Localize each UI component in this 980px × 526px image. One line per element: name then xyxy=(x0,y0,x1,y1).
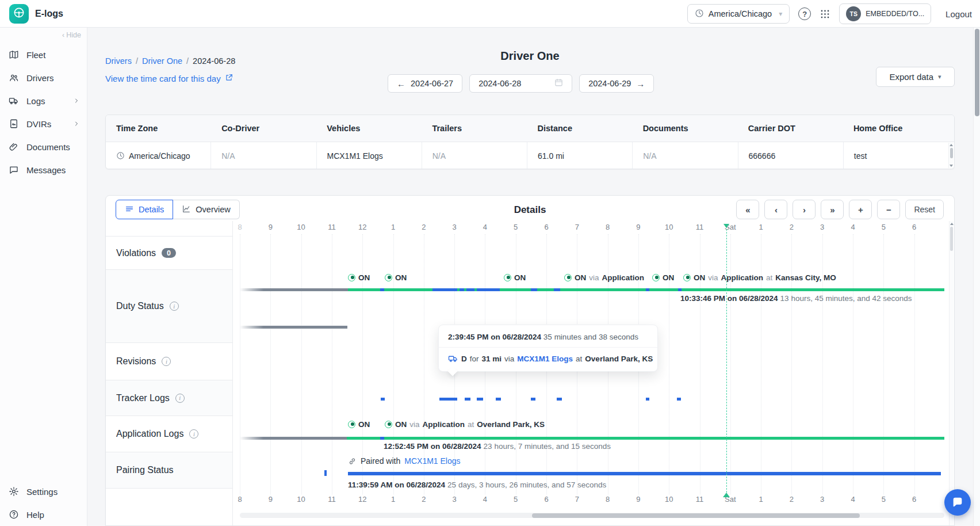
table-cell: N/A xyxy=(632,142,737,169)
drive-segment[interactable] xyxy=(380,288,384,291)
pairing-timestamp-time: 11:39:59 AM on 06/28/2024 xyxy=(348,481,445,489)
current-time-line xyxy=(726,226,727,493)
tab-details[interactable]: Details xyxy=(116,200,173,219)
drive-segment[interactable] xyxy=(477,288,500,291)
chart-hscroll-thumb[interactable] xyxy=(532,513,860,518)
timecard-link[interactable]: View the time card for this day xyxy=(105,74,233,83)
info-icon[interactable]: i xyxy=(170,302,179,311)
date-picker[interactable]: 2024-06-28 xyxy=(469,74,572,93)
app-offline-bar[interactable] xyxy=(240,437,347,440)
axis-tick-top: 8 xyxy=(606,223,610,231)
duty-status-event[interactable]: ON xyxy=(348,420,370,429)
tracker-log-mark[interactable] xyxy=(677,398,681,401)
details-scrollbar[interactable] xyxy=(949,221,954,525)
prev-day-button[interactable]: ← 2024-06-27 xyxy=(388,74,462,93)
tooltip-detail-part: 31 mi xyxy=(482,355,502,363)
duty-status-event[interactable]: ON xyxy=(348,273,370,282)
breadcrumb-drivers[interactable]: Drivers xyxy=(105,56,132,66)
chevron-down-icon: ▾ xyxy=(938,73,941,81)
tracker-log-mark[interactable] xyxy=(646,398,649,401)
apps-grid-icon[interactable] xyxy=(820,9,830,20)
help-circle-icon[interactable]: ? xyxy=(798,7,811,20)
drive-segment[interactable] xyxy=(380,437,384,440)
drive-segment[interactable] xyxy=(460,288,464,291)
tracker-log-mark[interactable] xyxy=(477,398,483,401)
table-scrollbar[interactable] xyxy=(948,143,954,168)
chart-hscrollbar[interactable] xyxy=(240,513,944,518)
jump-end-button[interactable]: » xyxy=(821,200,844,219)
info-icon[interactable]: i xyxy=(189,429,198,439)
scroll-up-icon[interactable] xyxy=(950,144,953,146)
duty-status-event[interactable]: ON xyxy=(385,273,407,282)
panel-row-pairing-status[interactable]: Pairing Status xyxy=(106,452,232,489)
info-icon[interactable]: i xyxy=(175,394,185,403)
secondary-gray-bar[interactable] xyxy=(240,326,347,329)
sidebar-item-logs[interactable]: Logs xyxy=(0,89,87,112)
pairing-bar[interactable] xyxy=(348,472,941,475)
drive-segment[interactable] xyxy=(432,288,457,291)
sidebar-item-messages[interactable]: Messages xyxy=(0,158,87,181)
reset-button[interactable]: Reset xyxy=(905,200,944,219)
chat-launcher-button[interactable] xyxy=(944,489,971,516)
tracker-log-mark[interactable] xyxy=(531,398,535,401)
table-scroll-thumb[interactable] xyxy=(950,148,953,158)
duty-status-event[interactable]: ONviaApplicationatKansas City, MO xyxy=(683,273,836,282)
cell-value: N/A xyxy=(643,151,656,161)
export-data-button[interactable]: Export data ▾ xyxy=(876,67,955,87)
duty-status-event[interactable]: ONviaApplicationatOverland Park, KS xyxy=(385,420,545,429)
page-scrollbar[interactable] xyxy=(973,28,980,526)
duty-status-event[interactable]: ON xyxy=(652,273,674,282)
axis-tick-bottom: 4 xyxy=(483,495,487,504)
user-menu-button[interactable]: TS EMBEDDED/TO... xyxy=(839,3,931,24)
current-date-value: 2024-06-28 xyxy=(478,79,521,88)
panel-row-duty-status[interactable]: Duty Statusi xyxy=(106,270,232,343)
app-logo[interactable] xyxy=(9,4,29,24)
drive-segment[interactable] xyxy=(646,288,649,291)
sidebar-item-documents[interactable]: Documents xyxy=(0,135,87,158)
zoom-in-button[interactable]: + xyxy=(849,200,872,219)
tracker-log-mark[interactable] xyxy=(465,398,470,401)
sidebar-item-help[interactable]: Help xyxy=(0,503,87,526)
scroll-up-icon[interactable] xyxy=(950,223,954,225)
sidebar-item-fleet[interactable]: Fleet xyxy=(0,43,87,66)
step-forward-button[interactable]: › xyxy=(793,200,816,219)
duty-status-event[interactable]: ON xyxy=(504,273,526,282)
tooltip-vehicle-link[interactable]: MCX1M1 Elogs xyxy=(517,355,573,363)
panel-row-violations[interactable]: Violations0 xyxy=(106,237,232,270)
jump-start-button[interactable]: « xyxy=(736,200,759,219)
sidebar-hide-button[interactable]: ‹ Hide xyxy=(62,31,81,39)
sidebar-item-drivers[interactable]: Drivers xyxy=(0,66,87,89)
paired-vehicle-link[interactable]: MCX1M1 Elogs xyxy=(404,456,460,466)
info-icon[interactable]: i xyxy=(162,357,171,366)
drive-segment[interactable] xyxy=(554,288,560,291)
next-day-button[interactable]: 2024-06-29 → xyxy=(579,74,654,93)
tracker-log-mark[interactable] xyxy=(557,398,562,401)
axis-tick-bottom: 3 xyxy=(452,495,456,504)
breadcrumb-driver-one[interactable]: Driver One xyxy=(142,56,182,66)
tracker-log-mark[interactable] xyxy=(496,398,501,401)
details-scroll-thumb[interactable] xyxy=(950,227,953,251)
tracker-log-mark[interactable] xyxy=(381,398,385,401)
timezone-select[interactable]: America/Chicago ▾ xyxy=(687,4,790,24)
logout-button[interactable]: Logout xyxy=(945,9,972,19)
sidebar-item-settings[interactable]: Settings xyxy=(0,480,87,503)
axis-tick-bottom: 11 xyxy=(328,495,336,504)
tracker-log-mark[interactable] xyxy=(439,398,457,401)
panel-row-application-logs[interactable]: Application Logsi xyxy=(106,416,232,452)
duty-status-event[interactable]: ONviaApplication xyxy=(564,273,644,282)
app-on-bar[interactable] xyxy=(347,437,944,440)
scroll-down-icon[interactable] xyxy=(950,165,953,167)
panel-row-revisions[interactable]: Revisionsi xyxy=(106,343,232,380)
zoom-out-button[interactable]: − xyxy=(877,200,900,219)
timeline-left-panel: Violations0Duty StatusiRevisionsiTracker… xyxy=(106,221,233,525)
tooltip-duration: 35 minutes and 38 seconds xyxy=(543,333,638,341)
page-scroll-thumb[interactable] xyxy=(975,29,979,116)
drive-segment[interactable] xyxy=(531,288,537,291)
duty-offline-bar[interactable] xyxy=(240,288,348,291)
step-back-button[interactable]: ‹ xyxy=(764,200,787,219)
pairing-tick[interactable] xyxy=(324,470,327,476)
panel-row-tracker-logs[interactable]: Tracker Logsi xyxy=(106,380,232,416)
sidebar-item-dvirs[interactable]: DVIRs xyxy=(0,112,87,135)
drive-segment[interactable] xyxy=(678,288,682,291)
drive-segment[interactable] xyxy=(466,288,474,291)
